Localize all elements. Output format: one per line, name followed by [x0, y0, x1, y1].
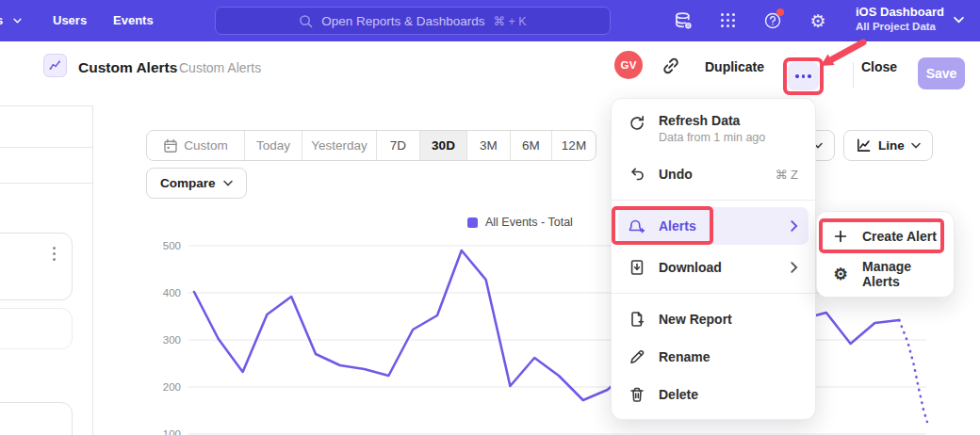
menu-sublabel: Data from 1 min ago — [659, 131, 765, 144]
range-12m[interactable]: 12M — [551, 131, 596, 160]
rail-divider — [0, 147, 92, 148]
chevron-down-icon — [954, 16, 964, 24]
chart-type-button[interactable]: Line — [843, 130, 933, 161]
help-icon[interactable] — [762, 10, 783, 31]
range-6m[interactable]: 6M — [510, 131, 551, 160]
bell-plus-icon — [629, 218, 645, 234]
download-icon — [629, 259, 645, 276]
rail-divider — [0, 105, 92, 106]
plus-icon — [832, 228, 849, 245]
card-kebab-menu-icon[interactable] — [47, 243, 60, 264]
copy-link-icon[interactable] — [662, 56, 680, 75]
menu-label: Refresh Data — [659, 113, 740, 128]
new-report-icon — [629, 311, 645, 328]
more-options-menu: Refresh Data Data from 1 min ago Undo ⌘ … — [611, 98, 816, 420]
pencil-icon — [629, 348, 645, 365]
svg-text:100: 100 — [163, 428, 181, 435]
rail-divider — [0, 183, 92, 184]
menu-item-download[interactable]: Download — [612, 249, 815, 286]
app-window: 500400300200100 All Events - Total Custo… — [0, 0, 980, 435]
range-30d-selected[interactable]: 30D — [419, 131, 466, 160]
avatar[interactable]: GV — [614, 51, 643, 79]
trash-icon — [629, 386, 645, 403]
search-placeholder: Open Reports & Dashboards — [321, 14, 484, 28]
menu-label: Delete — [659, 387, 798, 402]
global-search-input[interactable]: Open Reports & Dashboards ⌘ + K — [215, 7, 611, 35]
svg-text:500: 500 — [163, 240, 181, 251]
submenu-item-manage-alerts[interactable]: ⚙ Manage Alerts — [817, 255, 954, 293]
calendar-icon — [163, 138, 178, 153]
range-today[interactable]: Today — [244, 131, 302, 160]
nav-item-partial[interactable]: s — [0, 13, 3, 27]
legend-swatch — [467, 218, 478, 228]
more-options-button[interactable] — [788, 62, 819, 90]
line-chart-icon — [856, 137, 872, 153]
menu-label: Undo — [659, 167, 761, 182]
menu-shortcut: ⌘ Z — [775, 168, 798, 182]
chevron-down-icon — [911, 142, 921, 149]
menu-label: Rename — [659, 349, 798, 364]
top-navigation-bar: s Users Events Open Reports & Dashboards… — [0, 0, 980, 41]
menu-item-refresh-data[interactable]: Refresh Data Data from 1 min ago — [612, 110, 815, 155]
project-switcher[interactable]: iOS Dashboard All Project Data — [856, 5, 944, 32]
notification-dot — [776, 8, 784, 16]
date-range-selector: Custom Today Yesterday 7D 30D 3M 6M 12M — [146, 130, 596, 161]
rail-card[interactable] — [0, 233, 73, 300]
gear-icon: ⚙ — [832, 266, 849, 282]
project-subtitle: All Project Data — [856, 21, 944, 32]
chevron-right-icon — [791, 220, 798, 232]
legend-label: All Events - Total — [485, 216, 573, 229]
menu-divider — [612, 293, 815, 294]
apps-grid-icon[interactable] — [718, 10, 739, 31]
menu-label: New Report — [659, 312, 798, 327]
range-3m[interactable]: 3M — [466, 131, 510, 160]
undo-icon — [629, 166, 645, 183]
menu-label: Manage Alerts — [862, 259, 939, 289]
chart-legend: All Events - Total — [467, 216, 573, 229]
search-icon — [299, 14, 313, 28]
range-yesterday[interactable]: Yesterday — [302, 131, 376, 160]
nav-item-users[interactable]: Users — [53, 13, 87, 27]
project-title: iOS Dashboard — [856, 5, 944, 19]
range-7d[interactable]: 7D — [376, 131, 419, 160]
report-header: Custom Alerts Custom Alerts GV Duplicate… — [0, 41, 980, 105]
data-management-icon[interactable] — [673, 10, 694, 31]
insights-report-icon — [43, 54, 67, 77]
page-title: Custom Alerts — [78, 59, 177, 76]
chevron-down-icon — [13, 18, 22, 24]
chevron-down-icon — [223, 180, 233, 186]
close-button[interactable]: Close — [861, 59, 897, 74]
menu-label: Alerts — [659, 218, 777, 234]
breadcrumb[interactable]: Custom Alerts — [179, 60, 261, 75]
menu-item-rename[interactable]: Rename — [612, 338, 815, 376]
svg-text:300: 300 — [163, 334, 181, 346]
rail-card[interactable] — [0, 308, 73, 349]
content-divider — [92, 105, 93, 435]
range-custom[interactable]: Custom — [147, 131, 244, 160]
menu-label: Download — [659, 260, 777, 275]
menu-divider — [612, 200, 815, 201]
compare-button[interactable]: Compare — [146, 168, 247, 199]
svg-text:200: 200 — [163, 381, 181, 393]
duplicate-button[interactable]: Duplicate — [705, 59, 764, 74]
menu-item-undo[interactable]: Undo ⌘ Z — [612, 155, 815, 193]
nav-item-events[interactable]: Events — [113, 13, 154, 27]
search-shortcut: ⌘ + K — [494, 14, 527, 28]
save-button[interactable]: Save — [918, 57, 965, 89]
alerts-submenu: Create Alert ⚙ Manage Alerts — [816, 211, 955, 298]
menu-item-new-report[interactable]: New Report — [612, 300, 815, 338]
header-divider — [853, 62, 854, 89]
refresh-icon — [629, 115, 645, 132]
menu-item-alerts[interactable]: Alerts — [618, 207, 808, 245]
menu-item-delete[interactable]: Delete — [612, 376, 815, 413]
chevron-right-icon — [791, 262, 798, 273]
submenu-item-create-alert[interactable]: Create Alert — [817, 218, 954, 255]
menu-label: Create Alert — [862, 229, 939, 244]
settings-gear-icon[interactable]: ⚙ — [808, 10, 828, 31]
svg-text:400: 400 — [163, 287, 181, 298]
rail-card[interactable] — [0, 402, 73, 435]
